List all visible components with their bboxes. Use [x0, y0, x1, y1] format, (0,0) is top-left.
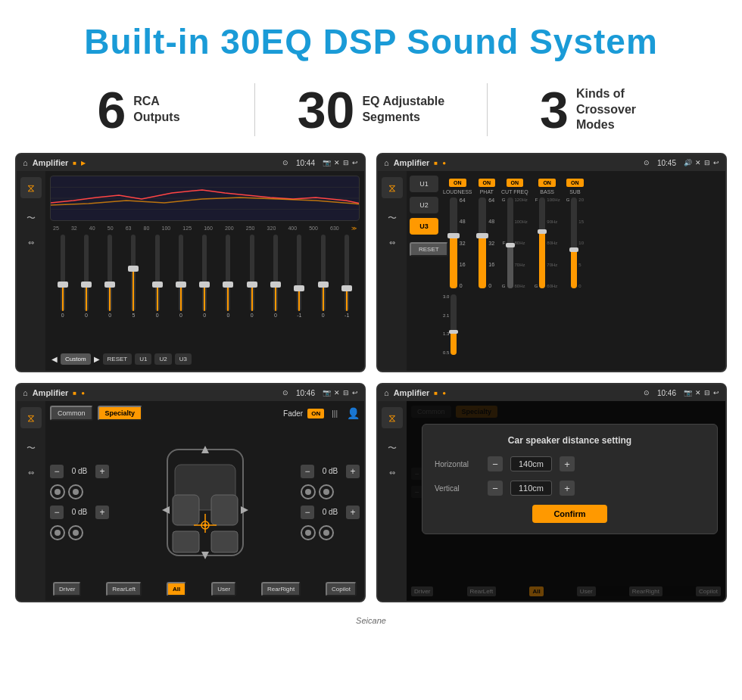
btn-user[interactable]: User	[211, 582, 236, 596]
window-icon-fader: ⊟	[343, 389, 349, 397]
amp-sidebar: ⧖ 〜 ⇔	[378, 171, 407, 371]
eq-arrow-icon[interactable]: ⇔	[28, 238, 34, 247]
stat-rca-label: RCAOutputs	[133, 94, 179, 126]
btn-custom[interactable]: Custom	[61, 353, 91, 365]
dist-horizontal-minus[interactable]: −	[488, 456, 503, 471]
tab-common[interactable]: Common	[50, 406, 93, 421]
fader-minus-4[interactable]: −	[301, 506, 314, 519]
speaker-icon-3	[50, 525, 65, 540]
back-icon-dist: ↩	[713, 389, 719, 397]
btn-u2[interactable]: U2	[154, 353, 171, 365]
screen-amp-title: Amplifier	[394, 158, 430, 167]
preset-u3[interactable]: U3	[410, 218, 438, 235]
slider-5[interactable]: 0	[155, 235, 160, 318]
fader-wave-icon[interactable]: 〜	[26, 442, 36, 455]
svg-point-12	[204, 524, 207, 527]
slider-2[interactable]: 0	[84, 235, 89, 318]
slider-7[interactable]: 0	[202, 235, 207, 318]
cutfreq-group: ON CUT FREQ GFG	[501, 179, 528, 288]
preset-u1[interactable]: U1	[410, 176, 438, 192]
sub-toggle[interactable]: ON	[566, 179, 584, 187]
eq-wave-icon[interactable]: 〜	[26, 212, 36, 225]
home-icon[interactable]: ⌂	[23, 158, 28, 167]
confirm-button[interactable]: Confirm	[532, 505, 606, 523]
dist-vertical-minus[interactable]: −	[488, 481, 503, 496]
speaker-icon-8	[319, 525, 334, 540]
btn-all[interactable]: All	[167, 582, 186, 596]
dist-filter-icon[interactable]: ⧖	[382, 407, 403, 428]
bass-toggle[interactable]: ON	[538, 179, 556, 187]
home-icon-amp[interactable]: ⌂	[384, 158, 389, 167]
slider-12[interactable]: 0	[321, 235, 326, 318]
amp-filter-icon[interactable]: ⧖	[382, 177, 403, 198]
clock-amp: 10:45	[657, 159, 676, 167]
dist-wave-icon[interactable]: 〜	[388, 442, 397, 455]
eq-bottom-bar: ◀ Custom ▶ RESET U1 U2 U3	[50, 350, 360, 366]
slider-1[interactable]: 0	[61, 235, 65, 318]
btn-reset[interactable]: RESET	[103, 353, 132, 365]
fader-body: ⧖ 〜 ⇔ Common Specialty Fader ON ||| 👤	[17, 401, 364, 601]
cutfreq-toggle[interactable]: ON	[507, 179, 524, 187]
tab-specialty[interactable]: Specialty	[98, 406, 143, 421]
amp-controls-area: U1 U2 U3 RESET ON LOUDNESS	[410, 176, 722, 366]
screen-dist-topbar: ⌂ Amplifier ■ ● ⊙ 10:46 📷 ✕ ⊟ ↩	[378, 384, 725, 401]
screen-fader: ⌂ Amplifier ■ ● ⊙ 10:46 📷 ✕ ⊟ ↩ ⧖ 〜 ⇔	[15, 383, 366, 602]
fader-sidebar: ⧖ 〜 ⇔	[17, 401, 45, 601]
slider-6[interactable]: 0	[179, 235, 183, 318]
home-icon-dist[interactable]: ⌂	[384, 388, 389, 397]
play-icon: ▶	[81, 160, 86, 166]
fader-plus-2[interactable]: +	[95, 506, 109, 519]
screen-fader-topbar: ⌂ Amplifier ■ ● ⊙ 10:46 📷 ✕ ⊟ ↩	[17, 384, 364, 401]
slider-13[interactable]: -1	[344, 235, 349, 318]
slider-4[interactable]: 5	[131, 235, 136, 318]
back-icon-amp: ↩	[713, 159, 719, 166]
btn-u3[interactable]: U3	[175, 353, 192, 365]
amp-arrow-icon[interactable]: ⇔	[389, 238, 395, 247]
home-icon-fader[interactable]: ⌂	[23, 388, 28, 397]
speaker-icons-left-2	[50, 525, 109, 540]
slider-11[interactable]: -1	[297, 235, 301, 318]
vol-icon: 🔊	[684, 159, 692, 166]
fader-minus-3[interactable]: −	[301, 465, 314, 478]
fader-right-controls: − 0 dB + −	[301, 425, 360, 579]
phat-toggle[interactable]: ON	[479, 179, 496, 187]
fader-db-row-3: − 0 dB +	[301, 465, 360, 478]
fader-filter-icon[interactable]: ⧖	[20, 407, 42, 428]
wifi-icon: ●	[442, 160, 446, 166]
dist-horizontal-plus[interactable]: +	[560, 456, 575, 471]
fader-minus-1[interactable]: −	[50, 465, 64, 478]
fader-content: − 0 dB + −	[50, 425, 360, 579]
fader-minus-2[interactable]: −	[50, 506, 64, 519]
dist-arrow-icon[interactable]: ⇔	[389, 468, 395, 477]
amp-wave-icon[interactable]: 〜	[388, 212, 397, 225]
fader-toprow: Common Specialty Fader ON ||| 👤	[50, 406, 360, 421]
eq-filter-icon[interactable]: ⧖	[20, 177, 42, 198]
btn-copilot[interactable]: Copilot	[326, 582, 357, 596]
fader-on-badge: ON	[307, 409, 324, 418]
slider-3[interactable]: 0	[108, 235, 112, 318]
btn-rearleft[interactable]: RearLeft	[106, 582, 142, 596]
fader-arrow-icon[interactable]: ⇔	[28, 468, 34, 477]
screen-amp-topbar: ⌂ Amplifier ■ ● ⊙ 10:45 🔊 ✕ ⊟ ↩	[378, 154, 725, 171]
btn-rearright[interactable]: RearRight	[261, 582, 301, 596]
btn-driver[interactable]: Driver	[53, 582, 81, 596]
fader-plus-1[interactable]: +	[95, 465, 109, 478]
slider-8[interactable]: 0	[226, 235, 230, 318]
slider-10[interactable]: 0	[273, 235, 278, 318]
preset-u2[interactable]: U2	[410, 197, 438, 213]
speaker-icon-2	[68, 484, 83, 499]
next-arrow[interactable]: ▶	[94, 355, 100, 363]
prev-arrow[interactable]: ◀	[51, 355, 58, 363]
dist-vertical-label: Vertical	[435, 484, 480, 493]
btn-u1[interactable]: U1	[135, 353, 151, 365]
camera-icon-fader: 📷	[323, 389, 331, 397]
fader-plus-4[interactable]: +	[346, 506, 360, 519]
loudness-toggle[interactable]: ON	[449, 179, 466, 187]
dist-vertical-plus[interactable]: +	[560, 481, 575, 496]
fader-plus-3[interactable]: +	[346, 465, 360, 478]
camera-icon: 📷	[323, 159, 331, 166]
location-icon-fader: ⊙	[282, 389, 288, 397]
slider-9[interactable]: 0	[250, 235, 254, 318]
fader-db-row-4: − 0 dB +	[301, 506, 360, 519]
record-icon: ■	[434, 160, 438, 166]
